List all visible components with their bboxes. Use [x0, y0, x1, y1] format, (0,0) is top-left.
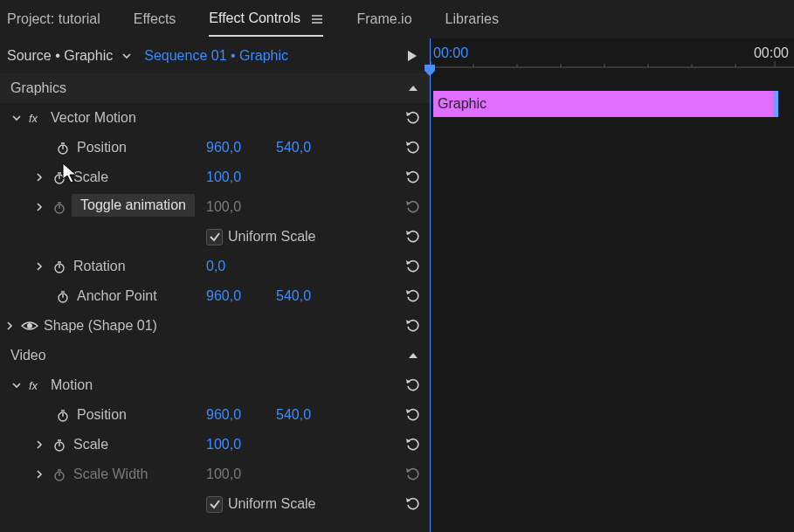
effect-motion[interactable]: fx Motion — [0, 370, 430, 400]
fx-icon[interactable]: fx — [28, 379, 45, 391]
eye-icon[interactable] — [21, 320, 38, 332]
prop-position-2: Position 960,0 540,0 — [0, 400, 430, 430]
prop-position-label: Position — [77, 140, 127, 155]
stopwatch-icon — [51, 467, 68, 481]
effect-motion-label: Motion — [51, 377, 93, 393]
reset-icon[interactable] — [404, 139, 421, 156]
scale-width-2-value: 100,0 — [206, 466, 276, 482]
playhead[interactable] — [430, 38, 431, 532]
stopwatch-icon[interactable] — [51, 259, 68, 273]
reset-icon[interactable] — [404, 109, 421, 127]
position-2-y-value[interactable]: 540,0 — [276, 407, 346, 423]
prop-scale-2: Scale 100,0 — [0, 430, 430, 459]
chevron-right-icon[interactable] — [33, 261, 45, 272]
timeline-panel: 00:00 00:00 Graphic — [430, 38, 794, 532]
tab-frameio[interactable]: Frame.io — [356, 3, 411, 36]
prop-scale-width-label: Scale Width — [73, 199, 148, 215]
position-y-value[interactable]: 540,0 — [276, 140, 346, 155]
chevron-right-icon[interactable] — [33, 439, 45, 450]
tab-effect-controls[interactable]: Effect Controls — [209, 2, 323, 37]
stopwatch-icon[interactable] — [54, 141, 72, 155]
svg-text:fx: fx — [29, 112, 38, 124]
clip-label: Graphic — [438, 96, 487, 112]
chevron-right-icon[interactable] — [3, 321, 16, 331]
chevron-right-icon[interactable] — [33, 172, 45, 183]
uniform-scale-checkbox[interactable] — [206, 229, 223, 245]
reset-icon[interactable] — [404, 169, 421, 186]
prop-scale-width: Scale Width 100,0 — [0, 192, 430, 222]
collapse-up-icon[interactable] — [407, 350, 419, 361]
timeline-ruler[interactable]: 00:00 00:00 — [430, 38, 794, 68]
effect-controls-panel: Source • Graphic Sequence 01 • Graphic G… — [0, 38, 430, 532]
prop-anchor-point: Anchor Point 960,0 540,0 — [0, 281, 430, 311]
chevron-down-icon[interactable] — [10, 113, 23, 123]
uniform-scale-checkbox-2[interactable] — [206, 496, 223, 513]
section-graphics-label: Graphics — [10, 80, 66, 96]
source-dropdown-icon[interactable] — [121, 51, 132, 61]
fx-icon[interactable]: fx — [28, 112, 45, 124]
prop-scale-2-label: Scale — [73, 437, 108, 453]
effect-shape-label: Shape (Shape 01) — [44, 318, 157, 334]
chevron-right-icon[interactable] — [33, 469, 45, 480]
anchor-x-value[interactable]: 960,0 — [206, 288, 276, 304]
reset-icon[interactable] — [404, 377, 421, 394]
tab-effect-controls-label: Effect Controls — [209, 10, 300, 25]
effect-vector-motion-label: Vector Motion — [51, 110, 136, 126]
prop-position-2-label: Position — [77, 407, 127, 423]
prop-scale-width-2-label: Scale Width — [73, 466, 148, 482]
effect-vector-motion[interactable]: fx Vector Motion — [0, 103, 430, 133]
section-video[interactable]: Video — [0, 341, 430, 370]
section-graphics[interactable]: Graphics — [0, 73, 430, 103]
reset-icon[interactable] — [404, 258, 421, 275]
playhead-handle-icon[interactable] — [425, 65, 435, 75]
scale-value[interactable]: 100,0 — [206, 169, 276, 185]
scale-width-value: 100,0 — [206, 199, 276, 215]
tab-effects[interactable]: Effects — [134, 3, 176, 36]
chevron-right-icon[interactable] — [33, 202, 45, 212]
reset-icon[interactable] — [404, 406, 421, 424]
uniform-scale-2-label: Uniform Scale — [228, 496, 315, 512]
stopwatch-icon — [51, 200, 68, 214]
anchor-y-value[interactable]: 540,0 — [276, 288, 346, 304]
scale-2-value[interactable]: 100,0 — [206, 437, 276, 453]
panel-tabs: Project: tutorial Effects Effect Control… — [0, 0, 794, 38]
chevron-down-icon[interactable] — [10, 380, 23, 390]
stopwatch-icon[interactable] — [51, 170, 68, 184]
section-video-label: Video — [10, 348, 46, 363]
position-2-x-value[interactable]: 960,0 — [206, 407, 276, 423]
effect-shape[interactable]: Shape (Shape 01) — [0, 311, 430, 341]
prop-rotation: Rotation 0,0 — [0, 252, 430, 281]
panel-menu-icon[interactable] — [311, 14, 323, 24]
clip-handle[interactable] — [773, 91, 778, 117]
collapse-up-icon[interactable] — [407, 83, 419, 93]
prop-position: Position 960,0 540,0 — [0, 133, 430, 162]
position-x-value[interactable]: 960,0 — [206, 140, 276, 155]
prop-scale-width-2: Scale Width 100,0 — [0, 459, 430, 489]
reset-icon[interactable] — [404, 287, 421, 305]
prop-scale-label: Scale — [73, 169, 108, 185]
source-label: Source • Graphic — [7, 48, 113, 64]
reset-icon[interactable] — [404, 317, 421, 335]
prop-anchor-label: Anchor Point — [77, 288, 157, 304]
reset-icon — [404, 198, 421, 216]
svg-text:fx: fx — [29, 379, 38, 391]
clip-graphic[interactable]: Graphic — [433, 91, 775, 117]
prop-uniform-scale: Uniform Scale — [0, 222, 430, 252]
reset-icon[interactable] — [404, 228, 421, 245]
stopwatch-icon[interactable] — [54, 289, 72, 303]
sequence-link[interactable]: Sequence 01 • Graphic — [144, 48, 288, 64]
prop-rotation-label: Rotation — [73, 259, 126, 274]
reset-icon[interactable] — [404, 436, 421, 453]
prop-uniform-scale-2: Uniform Scale — [0, 489, 430, 519]
reset-icon[interactable] — [404, 495, 421, 513]
play-icon[interactable] — [407, 50, 418, 62]
stopwatch-icon[interactable] — [51, 438, 68, 452]
tab-project[interactable]: Project: tutorial — [7, 3, 100, 36]
prop-scale: Scale 100,0 — [0, 162, 430, 192]
stopwatch-icon[interactable] — [54, 408, 72, 422]
uniform-scale-label: Uniform Scale — [228, 229, 315, 245]
tab-libraries[interactable]: Libraries — [445, 3, 499, 36]
reset-icon — [404, 466, 421, 483]
svg-point-6 — [27, 323, 32, 328]
rotation-value[interactable]: 0,0 — [206, 259, 276, 274]
